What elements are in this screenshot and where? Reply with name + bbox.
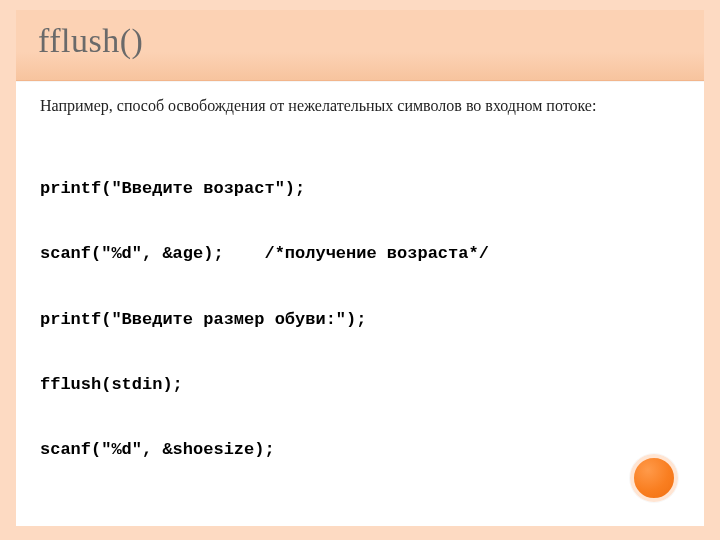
code-line: scanf("%d", &shoesize); [40, 439, 680, 461]
slide-body: Например, способ освобождения от нежелат… [16, 81, 704, 504]
slide: fflush() Например, способ освобождения о… [0, 0, 720, 540]
code-block: printf("Введите возраст"); scanf("%d", &… [40, 135, 680, 505]
code-line: printf("Введите размер обуви:"); [40, 309, 680, 331]
code-line: scanf("%d", &age); /*получение возраста*… [40, 243, 680, 265]
code-line: printf("Введите возраст"); [40, 178, 680, 200]
decorative-circle-icon [630, 454, 678, 502]
page-title: fflush() [16, 10, 704, 81]
intro-paragraph: Например, способ освобождения от нежелат… [40, 95, 680, 117]
code-line: fflush(stdin); [40, 374, 680, 396]
